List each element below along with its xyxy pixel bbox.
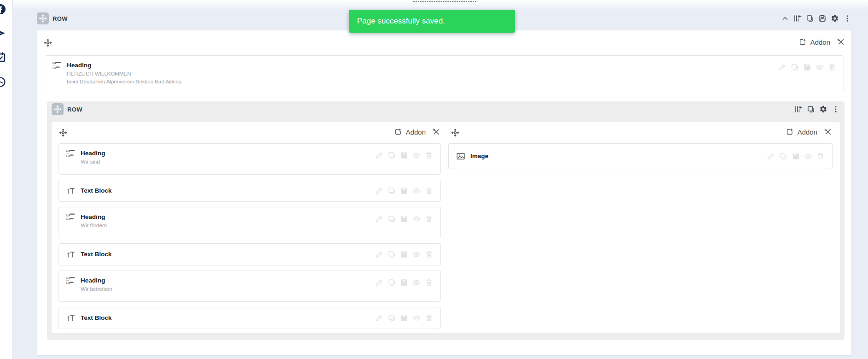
duplicate-icon[interactable]: [806, 14, 814, 23]
save-icon[interactable]: [818, 14, 827, 23]
delete-icon[interactable]: [425, 187, 433, 195]
dashed-selection-fragment: [413, 0, 476, 2]
visibility-icon[interactable]: [412, 187, 421, 195]
module-title: Text Block: [81, 250, 111, 259]
duplicate-icon[interactable]: [387, 250, 396, 259]
module-actions: [375, 151, 433, 159]
edit-icon[interactable]: [375, 215, 383, 223]
tools-icon[interactable]: [432, 128, 440, 136]
outer-row-panel: Addon Heading HERZLICH WILLKOMMENbeim De…: [37, 30, 851, 355]
add-addon-icon: [394, 128, 402, 136]
tools-icon[interactable]: [824, 128, 832, 136]
duplicate-icon[interactable]: [387, 314, 396, 322]
addon-button[interactable]: Addon: [798, 38, 845, 46]
save-icon[interactable]: [400, 187, 408, 195]
calendar-check-icon[interactable]: [0, 52, 6, 63]
module-card[interactable]: Image: [448, 143, 833, 169]
more-icon[interactable]: [832, 105, 840, 113]
module-card[interactable]: Heading Wir sind: [59, 143, 441, 175]
edit-icon[interactable]: [778, 63, 786, 71]
outer-module-list: Heading HERZLICH WILLKOMMENbeim Deutsche…: [45, 55, 844, 91]
addon-button[interactable]: Addon: [394, 128, 440, 136]
save-icon[interactable]: [400, 151, 408, 159]
visibility-icon[interactable]: [412, 278, 421, 287]
delete-icon[interactable]: [816, 152, 825, 160]
module-card[interactable]: Text Block: [59, 180, 441, 202]
module-subtitles: Wir betreiben: [81, 285, 112, 293]
module-subtitles: HERZLICH WILLKOMMENbeim Deutschen Alpenv…: [67, 70, 182, 86]
add-columns-icon[interactable]: [793, 14, 802, 23]
edit-icon[interactable]: [375, 187, 383, 195]
module-subtitle: beim Deutschen Alpenverein Sektion Bad A…: [67, 78, 182, 86]
text-block-module-icon: [66, 313, 76, 323]
collapse-icon[interactable]: [781, 14, 789, 23]
module-subtitle: HERZLICH WILLKOMMEN: [67, 70, 182, 78]
module-card[interactable]: Text Block: [59, 243, 441, 265]
delete-icon[interactable]: [828, 63, 836, 71]
edit-icon[interactable]: [767, 152, 775, 160]
delete-icon[interactable]: [425, 151, 433, 159]
module-meta: Text Block: [81, 250, 111, 259]
column-drag-icon[interactable]: [59, 129, 67, 137]
duplicate-icon[interactable]: [807, 105, 815, 113]
text-block-module-icon: [66, 186, 76, 195]
duplicate-icon[interactable]: [387, 187, 396, 195]
duplicate-icon[interactable]: [779, 152, 787, 160]
module-actions: [778, 63, 836, 71]
column-drag-icon[interactable]: [44, 39, 52, 47]
module-card[interactable]: Text Block: [59, 307, 441, 329]
visibility-icon[interactable]: [412, 215, 421, 223]
module-card[interactable]: Heading Wir fördern: [59, 207, 441, 238]
save-icon[interactable]: [792, 152, 800, 160]
edit-icon[interactable]: [375, 151, 383, 159]
send-icon[interactable]: [0, 28, 6, 39]
visibility-icon[interactable]: [412, 250, 421, 259]
edit-icon[interactable]: [375, 314, 383, 322]
duplicate-icon[interactable]: [791, 63, 799, 71]
module-actions: [375, 250, 433, 259]
visibility-icon[interactable]: [412, 314, 421, 322]
save-icon[interactable]: [400, 250, 408, 259]
settings-icon[interactable]: [831, 14, 839, 23]
visibility-icon[interactable]: [815, 63, 824, 71]
save-icon[interactable]: [803, 63, 811, 71]
edit-icon[interactable]: [375, 278, 383, 287]
delete-icon[interactable]: [425, 278, 433, 287]
save-icon[interactable]: [400, 278, 408, 287]
duplicate-icon[interactable]: [387, 215, 396, 223]
visibility-icon[interactable]: [804, 152, 812, 160]
column-header: Addon: [445, 122, 840, 143]
helmet-icon[interactable]: [0, 77, 6, 88]
more-icon[interactable]: [843, 14, 851, 23]
module-list: Image: [448, 143, 833, 169]
module-title: Heading: [81, 149, 105, 158]
settings-icon[interactable]: [819, 105, 827, 113]
visibility-icon[interactable]: [412, 151, 421, 159]
row-drag-handle[interactable]: [37, 12, 49, 24]
inner-row-panel: ROW Addon Heading: [47, 101, 845, 340]
module-meta: Text Block: [81, 313, 111, 323]
module-card[interactable]: Heading Wir betreiben: [59, 271, 441, 302]
heading-module-icon: [66, 212, 76, 222]
row-drag-handle[interactable]: [52, 103, 64, 115]
addon-button[interactable]: Addon: [786, 128, 832, 136]
module-card[interactable]: Heading HERZLICH WILLKOMMENbeim Deutsche…: [45, 55, 844, 91]
add-addon-icon: [798, 38, 807, 46]
module-meta: Heading HERZLICH WILLKOMMENbeim Deutsche…: [67, 61, 182, 86]
add-columns-icon[interactable]: [794, 105, 803, 113]
save-icon[interactable]: [400, 314, 408, 322]
delete-icon[interactable]: [425, 314, 433, 322]
column-left: Addon Heading Wir sind Text Block: [52, 122, 445, 333]
duplicate-icon[interactable]: [387, 151, 396, 159]
save-icon[interactable]: [400, 215, 408, 223]
column-drag-icon[interactable]: [451, 129, 459, 137]
facebook-icon[interactable]: [0, 4, 6, 15]
edit-icon[interactable]: [375, 250, 383, 259]
outer-row-toolbar: [781, 14, 851, 23]
duplicate-icon[interactable]: [387, 278, 396, 287]
tools-icon[interactable]: [837, 38, 845, 46]
module-actions: [375, 187, 433, 195]
delete-icon[interactable]: [425, 250, 433, 259]
save-success-toast: Page successfully saved.: [349, 10, 515, 33]
delete-icon[interactable]: [425, 215, 433, 223]
